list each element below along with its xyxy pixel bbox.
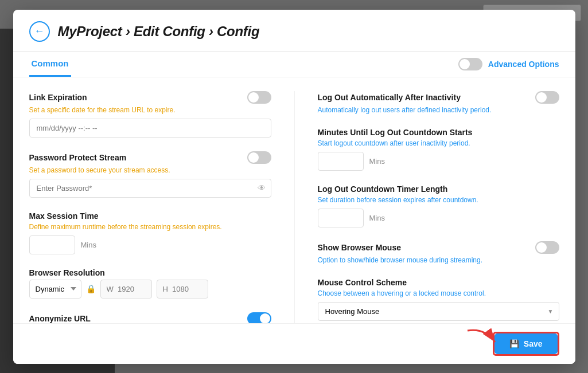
modal-footer: 💾 Save <box>13 323 575 364</box>
logout-inactivity-label: Log Out Automatically After Inactivity <box>318 91 559 104</box>
minutes-countdown-unit: Mins <box>369 157 385 166</box>
max-session-unit: Mins <box>81 241 96 249</box>
logout-inactivity-toggle[interactable] <box>535 91 559 104</box>
resolution-select[interactable]: Dynamic Fixed <box>29 280 81 299</box>
countdown-length-label: Log Out Countdown Timer Length <box>318 184 559 194</box>
minutes-countdown-input[interactable]: 5 <box>318 152 364 171</box>
max-session-input-row: 15 Mins <box>29 235 271 254</box>
minutes-countdown-desc: Start logout countdown after user inacti… <box>318 139 559 147</box>
countdown-length-input-row: 1 Mins <box>318 209 559 227</box>
breadcrumb-edit-config: Edit Config <box>134 23 205 39</box>
save-icon: 💾 <box>509 339 519 348</box>
tab-common[interactable]: Common <box>29 52 71 77</box>
save-button[interactable]: 💾 Save <box>494 333 558 354</box>
password-protect-desc: Set a password to secure your stream acc… <box>29 166 271 174</box>
mouse-control-select[interactable]: Hovering Mouse Locked Mouse <box>318 302 559 321</box>
resolution-height-input[interactable] <box>157 280 208 299</box>
modal-body: Link Expiration Set a specific date for … <box>13 77 575 364</box>
password-wrapper: 👁 <box>29 179 271 198</box>
countdown-length-desc: Set duration before session expires afte… <box>318 196 559 204</box>
logout-inactivity-group: Log Out Automatically After Inactivity A… <box>318 91 559 114</box>
password-protect-group: Password Protect Stream Set a password t… <box>29 151 271 198</box>
resolution-width-input[interactable] <box>100 280 152 299</box>
breadcrumb-project: MyProject <box>58 23 122 39</box>
link-expiration-input[interactable] <box>29 119 271 138</box>
breadcrumb-config: Config <box>217 23 259 39</box>
link-expiration-desc: Set a specific date for the stream URL t… <box>29 106 271 114</box>
breadcrumb: MyProject › Edit Config › Config <box>58 23 260 40</box>
save-label: Save <box>524 339 543 348</box>
mouse-control-label: Mouse Control Scheme <box>318 278 559 287</box>
password-protect-toggle[interactable] <box>247 151 271 164</box>
minutes-countdown-label: Minutes Until Log Out Countdown Starts <box>318 128 559 137</box>
minutes-countdown-input-row: 5 Mins <box>318 152 559 171</box>
mouse-control-select-wrapper: Hovering Mouse Locked Mouse <box>318 302 559 321</box>
modal-overlay: ← MyProject › Edit Config › Config Commo… <box>0 0 588 373</box>
advanced-options-label[interactable]: Advanced Options <box>488 60 559 69</box>
breadcrumb-sep2: › <box>205 23 217 39</box>
show-browser-mouse-desc: Option to show/hide browser mouse during… <box>318 256 559 264</box>
breadcrumb-sep1: › <box>122 23 134 39</box>
max-session-label: Max Session Time <box>29 211 271 221</box>
right-column: Log Out Automatically After Inactivity A… <box>294 91 559 349</box>
show-browser-mouse-toggle[interactable] <box>535 241 559 254</box>
password-protect-label: Password Protect Stream <box>29 151 271 164</box>
lock-icon: 🔒 <box>86 284 96 293</box>
save-button-annotation: 💾 Save <box>493 332 559 356</box>
max-session-group: Max Session Time Define maximum runtime … <box>29 211 271 254</box>
modal-header: ← MyProject › Edit Config › Config <box>13 10 575 52</box>
password-input[interactable] <box>29 179 271 198</box>
mouse-control-group: Mouse Control Scheme Choose between a ho… <box>318 278 559 321</box>
minutes-countdown-group: Minutes Until Log Out Countdown Starts S… <box>318 128 559 171</box>
max-session-desc: Define maximum runtime before the stream… <box>29 223 271 231</box>
link-expiration-toggle[interactable] <box>247 91 271 104</box>
advanced-options-toggle[interactable] <box>458 58 482 70</box>
advanced-options-area: Advanced Options <box>458 58 559 70</box>
link-expiration-group: Link Expiration Set a specific date for … <box>29 91 271 138</box>
logout-inactivity-desc: Automatically log out users after define… <box>318 106 559 114</box>
link-expiration-label: Link Expiration <box>29 91 271 104</box>
show-browser-mouse-label: Show Browser Mouse <box>318 241 559 254</box>
max-session-input[interactable]: 15 <box>29 235 75 254</box>
tabs-bar: Common Advanced Options <box>13 52 575 77</box>
config-modal: ← MyProject › Edit Config › Config Commo… <box>13 10 575 364</box>
countdown-length-group: Log Out Countdown Timer Length Set durat… <box>318 184 559 227</box>
resolution-row: Dynamic Fixed 🔒 <box>29 280 271 299</box>
back-button[interactable]: ← <box>29 21 50 42</box>
mouse-control-desc: Choose between a hovering or a locked mo… <box>318 289 559 297</box>
left-column: Link Expiration Set a specific date for … <box>29 91 294 349</box>
countdown-length-unit: Mins <box>369 214 385 222</box>
countdown-length-input[interactable]: 1 <box>318 209 364 227</box>
eye-icon[interactable]: 👁 <box>258 183 266 193</box>
show-browser-mouse-group: Show Browser Mouse Option to show/hide b… <box>318 241 559 264</box>
browser-resolution-group: Browser Resolution Dynamic Fixed 🔒 <box>29 268 271 299</box>
browser-resolution-label: Browser Resolution <box>29 268 271 277</box>
